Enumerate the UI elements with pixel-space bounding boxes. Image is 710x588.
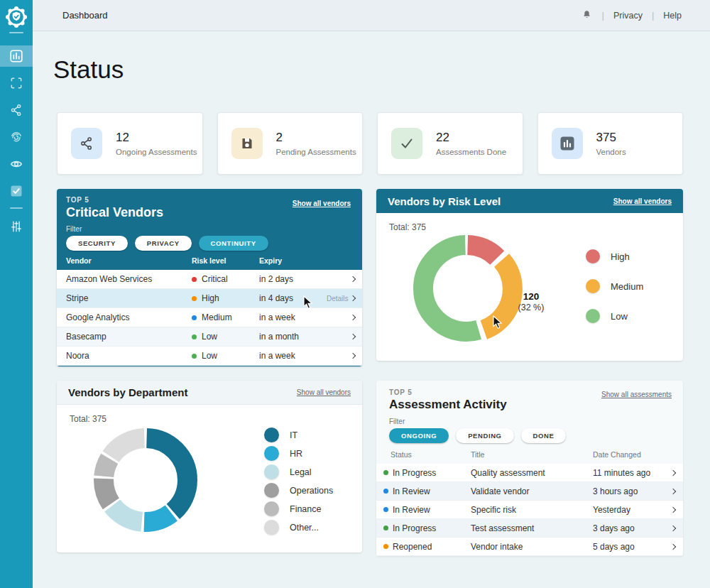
status-dot	[383, 507, 388, 512]
privacy-link[interactable]: Privacy	[613, 11, 643, 21]
chip-ongoing[interactable]: ONGOING	[389, 428, 449, 443]
expiry: in a month	[259, 332, 327, 342]
stats-row: 12 Ongoing Assessments 2 Pending Assessm…	[57, 112, 683, 175]
stat-value: 375	[596, 131, 626, 145]
card-title: Vendors by Department	[68, 386, 187, 398]
department-card: Vendors by Department Show all vendors T…	[57, 381, 362, 552]
bell-icon[interactable]	[581, 9, 593, 21]
risk-label: Critical	[202, 274, 228, 284]
risk-cell: Low	[192, 351, 259, 361]
legend-dot	[264, 501, 279, 516]
table-row[interactable]: Basecamp Low in a month	[57, 327, 362, 347]
legend-item: Other...	[264, 520, 333, 535]
nav-divider	[10, 207, 23, 209]
stat-card-pending[interactable]: 2 Pending Assessments	[217, 112, 364, 175]
chip-done[interactable]: DONE	[521, 428, 567, 443]
col-expiry: Expiry	[259, 256, 327, 265]
legend-label: High	[611, 251, 630, 262]
table-row[interactable]: In Review Validate vendor 3 hours ago	[376, 482, 683, 501]
table-row[interactable]: Reopened Vendor intake 5 days ago	[376, 538, 683, 556]
chip-privacy[interactable]: PRIVACY	[135, 236, 192, 251]
table-row[interactable]: In Progress Test assessment 3 days ago	[376, 519, 683, 538]
expiry: in a week	[259, 312, 327, 322]
table-row[interactable]: Google Analytics Medium in a week	[57, 308, 362, 327]
legend-dot	[264, 483, 279, 498]
risk-donut-chart[interactable]	[406, 228, 527, 349]
status-dot	[383, 544, 388, 549]
risk-dot	[192, 296, 197, 301]
checkmark-icon	[399, 136, 415, 151]
table-row[interactable]: Amazon Web Services Critical in 2 days	[57, 270, 362, 289]
chevron-right-icon	[350, 276, 356, 282]
table-header: Status Title Date Changed	[376, 443, 683, 464]
sidebar-item-scan[interactable]	[0, 72, 33, 94]
separator: |	[652, 10, 654, 21]
show-all-assessments-link[interactable]: Show all assessments	[601, 391, 672, 398]
eye-icon	[9, 157, 23, 171]
donut-callout: 120 (32 %)	[508, 291, 554, 312]
filter-chips: SECURITY PRIVACY CONTINUITY	[66, 236, 352, 251]
logo-divider	[9, 32, 23, 33]
sidebar-item-assessments[interactable]	[0, 180, 33, 202]
chevron-right-icon	[670, 543, 676, 549]
status-dot	[383, 489, 388, 494]
filter-chips: ONGOING PENDING DONE	[389, 428, 670, 443]
legend-item: High	[586, 249, 643, 263]
chip-label: ONGOING	[401, 432, 437, 440]
activity-table: In Progress Quality assessment 11 minute…	[376, 464, 683, 556]
vendor-name: Stripe	[66, 293, 192, 303]
bar-chart-icon	[559, 136, 575, 151]
stat-label: Assessments Done	[436, 148, 506, 156]
stat-text: 12 Ongoing Assessments	[116, 131, 197, 156]
stat-card-done[interactable]: 22 Assessments Done	[377, 112, 523, 175]
dashboard-page: Dashboard | Privacy | Help Status	[0, 0, 710, 588]
filter-label: Filter	[66, 225, 352, 233]
stat-card-ongoing[interactable]: 12 Ongoing Assessments	[57, 112, 203, 175]
legend-label: Finance	[290, 504, 321, 514]
details-link[interactable]: Details	[327, 295, 349, 303]
legend-dot	[586, 249, 600, 263]
table-row[interactable]: In Progress Quality assessment 11 minute…	[376, 464, 683, 482]
show-all-vendors-link[interactable]: Show all vendors	[297, 388, 351, 396]
stat-card-vendors[interactable]: 375 Vendors	[537, 112, 684, 175]
risk-label: Low	[202, 351, 217, 361]
vendor-name: Amazon Web Services	[66, 274, 192, 284]
table-row[interactable]: Stripe High in 4 days Details	[57, 289, 362, 308]
sidebar-item-privacy[interactable]	[0, 126, 33, 148]
legend-label: Medium	[611, 281, 643, 292]
chip-security[interactable]: SECURITY	[66, 236, 128, 251]
status-dot	[383, 526, 388, 530]
sidebar-item-monitor[interactable]	[0, 153, 33, 175]
sidebar-item-share[interactable]	[0, 99, 33, 121]
table-row[interactable]: In Review Specific risk Yesterday	[376, 501, 683, 519]
app-logo[interactable]	[4, 5, 28, 29]
stat-icon-box	[231, 128, 263, 159]
department-donut-chart[interactable]	[89, 423, 202, 537]
sidebar-item-dashboard[interactable]	[0, 45, 33, 67]
fullscreen-icon	[9, 76, 23, 90]
risk-cell: Medium	[192, 312, 259, 322]
risk-cell: High	[192, 293, 259, 303]
chip-pending[interactable]: PENDING	[456, 428, 513, 443]
stat-icon-box	[552, 128, 583, 159]
chip-label: PENDING	[468, 432, 501, 440]
page-title: Status	[53, 53, 710, 86]
table-header: Vendor Risk level Expiry	[66, 251, 352, 270]
card-header: Vendors by Risk Level Show all vendors	[376, 189, 683, 213]
table-row[interactable]: Noora Low in a week	[57, 347, 362, 366]
risk-label: Medium	[202, 312, 232, 322]
show-all-vendors-link[interactable]: Show all vendors	[293, 200, 351, 207]
legend-item: Legal	[264, 464, 333, 479]
legend-item: Low	[586, 309, 643, 323]
total-label: Total: 375	[70, 414, 106, 424]
stat-value: 2	[276, 131, 356, 145]
vendor-name: Noora	[66, 351, 192, 361]
stat-value: 22	[436, 131, 506, 145]
help-link[interactable]: Help	[663, 11, 682, 21]
sidebar-item-settings[interactable]	[0, 216, 33, 237]
chevron-right-icon	[670, 469, 676, 475]
show-all-vendors-link[interactable]: Show all vendors	[613, 197, 672, 205]
chip-continuity[interactable]: CONTINUITY	[199, 236, 268, 251]
chip-label: PRIVACY	[147, 239, 180, 247]
stat-value: 12	[116, 131, 197, 145]
